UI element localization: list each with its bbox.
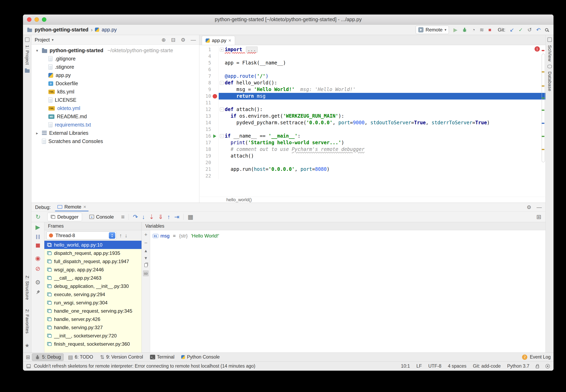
git-update-button[interactable]: ↙ bbox=[510, 27, 514, 32]
pin-icon[interactable] bbox=[34, 289, 41, 296]
frame-row[interactable]: handle_one_request, serving.py:345 bbox=[44, 307, 142, 315]
hide-panel-button[interactable]: — bbox=[191, 37, 196, 42]
tool-windows-icon[interactable]: ⊞ bbox=[26, 354, 30, 360]
error-count-badge[interactable]: 1 bbox=[535, 46, 540, 52]
tree-item-.stignore[interactable]: .stignore bbox=[31, 63, 199, 71]
close-icon[interactable]: × bbox=[83, 204, 86, 209]
run-button[interactable]: ▶ bbox=[453, 27, 457, 32]
move-down-button[interactable]: ▼ bbox=[144, 256, 148, 260]
step-over-button[interactable]: ↷ bbox=[133, 214, 138, 220]
move-up-button[interactable]: ▲ bbox=[144, 249, 148, 253]
error-stripe-mark[interactable] bbox=[542, 71, 544, 72]
error-stripe-mark[interactable] bbox=[542, 149, 544, 150]
frame-row[interactable]: wsgi_app, app.py:2446 bbox=[44, 266, 142, 274]
resume-button[interactable]: ▶ bbox=[35, 224, 40, 230]
error-stripe-mark[interactable] bbox=[542, 85, 544, 87]
tab-console[interactable]: » Console bbox=[86, 213, 117, 221]
frame-row[interactable]: handle, server.py:426 bbox=[44, 315, 142, 323]
caret-down-icon[interactable]: ▾ bbox=[52, 38, 54, 42]
search-icon[interactable] bbox=[545, 28, 548, 31]
code-line-17[interactable]: 17 print('Starting hello-world server...… bbox=[199, 140, 545, 146]
toolwindow-button-5-debug[interactable]: 5: Debug bbox=[32, 353, 64, 361]
frame-row[interactable]: dispatch_request, app.py:1935 bbox=[44, 249, 142, 257]
tree-item-external-libraries[interactable]: ▸External Libraries bbox=[31, 129, 199, 137]
code-line-15[interactable]: 15 bbox=[199, 126, 545, 133]
tree-item-Dockerfile[interactable]: DDockerfile bbox=[31, 79, 199, 88]
tree-item-.gitignore[interactable]: .gitignore bbox=[31, 55, 199, 63]
code-line-1[interactable]: 1+import ... bbox=[199, 46, 545, 53]
fold-toggle-icon[interactable]: - bbox=[220, 134, 224, 138]
code-line-9[interactable]: 9 msg = 'Hello World!'msg: 'Hello World!… bbox=[199, 86, 545, 93]
remove-watch-button[interactable]: − bbox=[144, 240, 147, 246]
toolwindow-button-9-version-control[interactable]: ⇅9: Version Control bbox=[97, 353, 146, 361]
collapse-all-button[interactable]: ⊟ bbox=[171, 37, 175, 42]
tree-item-requirements.txt[interactable]: requirements.txt bbox=[31, 121, 199, 129]
code-line-20[interactable]: 20 bbox=[199, 159, 545, 166]
tree-item-okteto.yml[interactable]: YMLokteto.yml bbox=[31, 104, 199, 112]
tab-debugger[interactable]: Debugger bbox=[47, 213, 82, 221]
frame-row[interactable]: __call__, app.py:2463 bbox=[44, 274, 142, 282]
add-watch-button[interactable]: + bbox=[144, 232, 147, 237]
stripe-sciview-button[interactable]: SciView bbox=[547, 45, 552, 61]
frame-row[interactable]: finish_request, socketserver.py:360 bbox=[44, 340, 142, 348]
step-into-my-code-button[interactable]: ⇣ bbox=[149, 214, 154, 220]
expand-arrow-icon[interactable]: ▸ bbox=[35, 131, 40, 136]
tree-item-LICENSE[interactable]: LICENSE bbox=[31, 96, 199, 104]
error-stripe-mark[interactable] bbox=[542, 136, 544, 137]
stripe-project-button[interactable]: 1: Project bbox=[25, 45, 30, 65]
variable-row-msg[interactable]: 01 msg = {str} 'Hello World!' bbox=[153, 232, 545, 240]
menu-icon[interactable]: ≡ bbox=[121, 214, 125, 220]
code-line-21[interactable]: 21 app.run(host='0.0.0.0', port=8080) bbox=[199, 166, 545, 173]
coverage-button[interactable]: ◔ bbox=[472, 27, 475, 32]
toolwindow-button-terminal[interactable]: >_Terminal bbox=[147, 353, 177, 361]
code-line-8[interactable]: 8-def hello_world(): bbox=[199, 80, 545, 86]
git-history-button[interactable]: ↺ bbox=[527, 27, 532, 32]
frame-row[interactable]: full_dispatch_request, app.py:1947 bbox=[44, 257, 142, 266]
expand-arrow-icon[interactable]: ▾ bbox=[35, 48, 40, 53]
breadcrumb-project[interactable]: python-getting-started bbox=[35, 27, 88, 33]
frame-row[interactable]: hello_world, app.py:10 bbox=[44, 241, 142, 249]
hide-panel-button[interactable]: — bbox=[537, 205, 542, 210]
code-line-13[interactable]: 13 if os.environ.get('WERKZEUG_RUN_MAIN'… bbox=[199, 113, 545, 119]
pause-button[interactable] bbox=[36, 235, 40, 239]
layout-settings-icon[interactable]: ⊞ bbox=[536, 214, 541, 220]
status-message[interactable]: Couldn't refresh skeletons for remote in… bbox=[34, 364, 255, 369]
stripe-favorites-button[interactable]: 2: Favorites bbox=[25, 309, 30, 334]
frame-row[interactable]: execute, serving.py:294 bbox=[44, 290, 142, 298]
status-item[interactable]: Git: add-code bbox=[473, 364, 501, 369]
stripe-structure-button[interactable]: Z: Structure bbox=[25, 276, 30, 300]
breadcrumb-file[interactable]: app.py bbox=[102, 27, 117, 33]
error-stripe-mark[interactable] bbox=[542, 110, 544, 111]
frame-row[interactable]: handle, serving.py:327 bbox=[44, 323, 142, 332]
code-editor[interactable]: 1+import ...45app = Flask(__name__)67@ap… bbox=[199, 45, 545, 196]
run-to-cursor-button[interactable]: ⇥ bbox=[174, 214, 179, 220]
error-stripe-mark[interactable] bbox=[542, 98, 544, 99]
code-line-11[interactable]: 11 bbox=[199, 99, 545, 106]
thread-selector[interactable]: Thread-8 ▴▾ bbox=[46, 231, 116, 239]
code-line-14[interactable]: 14 pydevd_pycharm.settrace('0.0.0.0', po… bbox=[199, 119, 545, 126]
close-icon[interactable]: × bbox=[228, 38, 231, 43]
show-watches-toggle[interactable]: ∞ bbox=[143, 270, 149, 276]
fold-toggle-icon[interactable]: - bbox=[220, 108, 224, 112]
close-window-button[interactable] bbox=[27, 17, 31, 22]
mute-breakpoints-button[interactable]: ⊘ bbox=[35, 266, 40, 272]
combo-stepper-icon[interactable]: ▴▾ bbox=[109, 232, 115, 239]
breadcrumb-function[interactable]: hello_world() bbox=[226, 197, 252, 202]
force-step-into-button[interactable]: ⇓ bbox=[158, 214, 163, 220]
evaluate-expression-button[interactable]: ▦ bbox=[188, 214, 193, 220]
sciview-icon[interactable] bbox=[548, 38, 552, 42]
code-line-12[interactable]: 12-def attach(): bbox=[199, 106, 545, 113]
profiler-button[interactable]: ≋ bbox=[479, 27, 484, 32]
gear-icon[interactable]: ⚙ bbox=[527, 205, 531, 210]
code-line-5[interactable]: 5app = Flask(__name__) bbox=[199, 60, 545, 66]
toolwindow-button-6-todo[interactable]: ▤6: TODO bbox=[65, 353, 96, 361]
zoom-window-button[interactable] bbox=[42, 17, 46, 22]
lock-icon[interactable] bbox=[536, 366, 539, 368]
error-stripe[interactable]: 1 bbox=[540, 45, 545, 196]
frame-row[interactable]: __init__, socketserver.py:720 bbox=[44, 332, 142, 340]
code-line-10[interactable]: 10 return msg bbox=[199, 93, 545, 99]
previous-frame-button[interactable]: ↑ bbox=[119, 233, 122, 238]
status-item[interactable]: LF bbox=[416, 364, 422, 369]
step-into-button[interactable]: ↓ bbox=[142, 214, 145, 220]
status-item[interactable]: Python 3.7 bbox=[507, 364, 529, 369]
